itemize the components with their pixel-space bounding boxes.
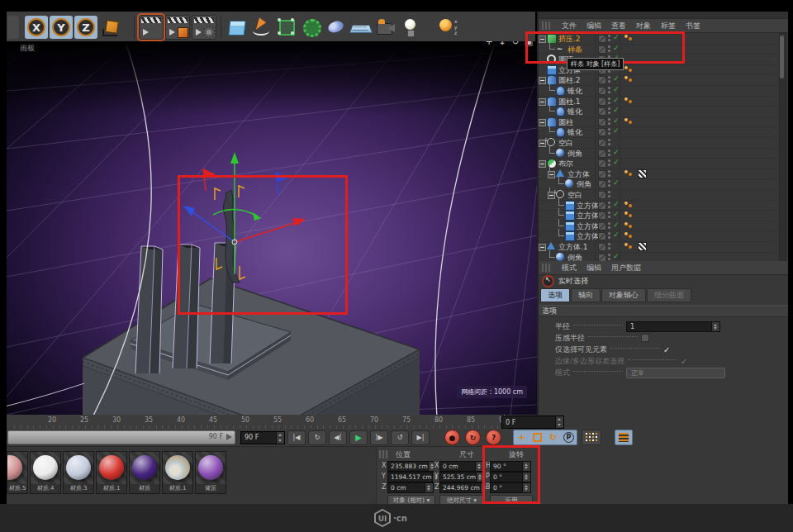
enabled-check[interactable]: ✓ [613,126,620,135]
tree-row[interactable]: 圆柱✓ [539,116,780,128]
coordinate-system-icon[interactable] [99,16,122,39]
tab-2[interactable]: 对象轴心 [601,288,646,302]
expand-toggle[interactable] [539,119,546,126]
visibility-dots[interactable] [608,87,610,89]
add-camera-icon[interactable] [374,16,397,39]
visibility-dots[interactable] [608,139,610,141]
om-menu-item-1[interactable]: 编辑 [586,21,601,31]
layer-toggle[interactable] [598,202,606,210]
rotation-field[interactable]: 0 ° [490,482,531,493]
record-position-toggle[interactable]: + [514,430,529,444]
add-deformer-icon[interactable] [300,16,323,39]
material-tile-3[interactable]: 材质.1 [96,451,127,494]
enabled-check[interactable]: ✓ [613,158,620,166]
tree-row[interactable]: 立方体.4✓ [539,210,780,221]
tree-row[interactable]: 立方体.5✓ [539,200,780,211]
expand-toggle[interactable] [539,244,546,251]
layer-toggle[interactable] [598,150,606,158]
layer-toggle[interactable] [598,159,606,168]
expand-toggle[interactable] [539,36,546,43]
tree-row[interactable]: 立方体.3✓ [539,221,780,232]
material-tile-5[interactable]: 材质.1 [162,451,193,494]
keyframe-bars-toggle[interactable] [615,430,633,445]
loop-playback-button[interactable]: ↻ [308,430,326,445]
expand-toggle[interactable] [548,171,555,178]
layer-toggle[interactable] [598,128,606,136]
visibility-dots[interactable] [608,180,610,183]
z-axis-arrow[interactable] [183,206,195,216]
end-frame-spinner[interactable] [555,416,563,428]
add-environment-floor-icon[interactable] [349,16,373,39]
render-picture-viewer-icon[interactable] [165,15,190,40]
tree-row[interactable]: 倒角✓ [539,178,780,190]
visibility-dots[interactable] [608,150,610,152]
play-button[interactable]: ▶ [349,430,368,445]
layer-toggle[interactable] [598,211,606,220]
lock-z-axis-icon[interactable]: Z [74,16,97,39]
phong-tag[interactable] [624,118,628,121]
render-view-icon[interactable] [139,15,164,40]
add-primitive-cube-icon[interactable] [226,16,249,39]
render-settings-icon[interactable] [192,15,216,40]
world-coordinates-icon[interactable] [438,16,461,39]
om-menu-item-5[interactable]: 书签 [686,21,700,31]
object-tree-scrollbar[interactable] [779,33,786,263]
layer-toggle[interactable] [598,222,606,230]
tree-row[interactable]: 锥化✓ [539,106,780,117]
current-frame-field[interactable]: 90 F [240,431,285,444]
om-menu-item-4[interactable]: 标签 [661,21,676,31]
spinner[interactable] [522,462,530,471]
plane-handle-flags[interactable] [203,169,287,195]
tree-row[interactable]: 空白 [539,189,780,201]
layer-toggle[interactable] [598,243,606,251]
add-volume-icon[interactable] [325,16,348,39]
om-menu-item-3[interactable]: 对象 [636,21,651,31]
tab-0[interactable]: 选项 [540,288,570,302]
add-light-icon[interactable] [399,16,422,39]
enabled-check[interactable]: ✓ [613,200,620,208]
position-field[interactable]: 0 cm [387,482,434,493]
tree-row[interactable]: 圆柱.1✓ [539,96,780,107]
size-field[interactable]: 244.969 cm [439,482,484,493]
size-field[interactable]: 0 cm [439,461,484,472]
visibility-dots[interactable] [608,118,610,121]
scene-pillars[interactable] [135,243,235,373]
pan-view-icon[interactable]: + [484,41,494,47]
spinner[interactable] [475,462,483,471]
phong-tag[interactable] [624,35,628,38]
om-menu-item-0[interactable]: 文件 [562,21,577,31]
spinner[interactable] [522,473,530,482]
phong-tag[interactable] [624,202,628,205]
frame-spinner[interactable] [276,432,284,444]
tree-row[interactable]: 锥化✓ [539,85,780,97]
phong-tag[interactable] [624,232,628,235]
om-menu-item-2[interactable]: 查看 [611,21,626,31]
enabled-check[interactable]: ✓ [613,85,620,93]
tab-1[interactable]: 轴向 [571,288,601,302]
checkbox[interactable] [641,334,649,342]
layer-toggle[interactable] [598,232,606,240]
previous-frame-button[interactable]: ◀( [329,430,347,445]
rotate-view-icon[interactable]: ↻ [510,41,520,47]
position-field[interactable]: 235.883 cm [387,461,434,472]
enabled-check[interactable]: ✓ [613,210,620,218]
record-parameter-toggle[interactable]: P [561,430,577,444]
go-to-start-button[interactable]: |◀ [287,430,306,445]
rotation-field[interactable]: 90 ° [490,461,531,472]
panel-grip-icon[interactable] [542,21,552,30]
enabled-check[interactable]: ✓ [613,106,620,114]
radius-field[interactable]: 1 [626,321,720,332]
lock-y-axis-icon[interactable]: Y [50,16,73,39]
material-tile-6[interactable]: 背景 [195,451,226,494]
visibility-dots[interactable] [608,202,610,204]
layer-toggle[interactable] [598,107,606,116]
layer-toggle[interactable] [598,180,606,188]
position-field[interactable]: 1194.517 cm [387,472,434,482]
phong-tag[interactable] [624,76,628,79]
zoom-view-icon[interactable]: ↕ [497,41,507,47]
phong-tag[interactable] [624,170,628,173]
scrollbar-handle[interactable] [780,36,784,78]
spinner[interactable] [522,483,530,492]
panel-grip-icon[interactable] [379,450,389,458]
y-axis-arrow[interactable] [230,152,239,164]
